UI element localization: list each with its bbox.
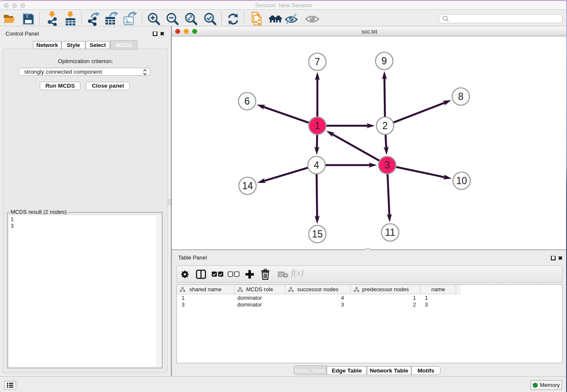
svg-text:2: 2 — [383, 120, 388, 131]
svg-text:3: 3 — [385, 160, 390, 171]
svg-text:10: 10 — [456, 175, 467, 186]
svg-text:14: 14 — [242, 180, 253, 191]
svg-text:6: 6 — [245, 96, 250, 107]
svg-text:11: 11 — [385, 227, 395, 238]
svg-text:1: 1 — [315, 120, 320, 131]
svg-text:7: 7 — [315, 56, 320, 67]
svg-text:9: 9 — [382, 55, 387, 66]
svg-text:15: 15 — [312, 229, 323, 240]
svg-text:8: 8 — [458, 91, 464, 102]
svg-text:4: 4 — [314, 160, 319, 171]
